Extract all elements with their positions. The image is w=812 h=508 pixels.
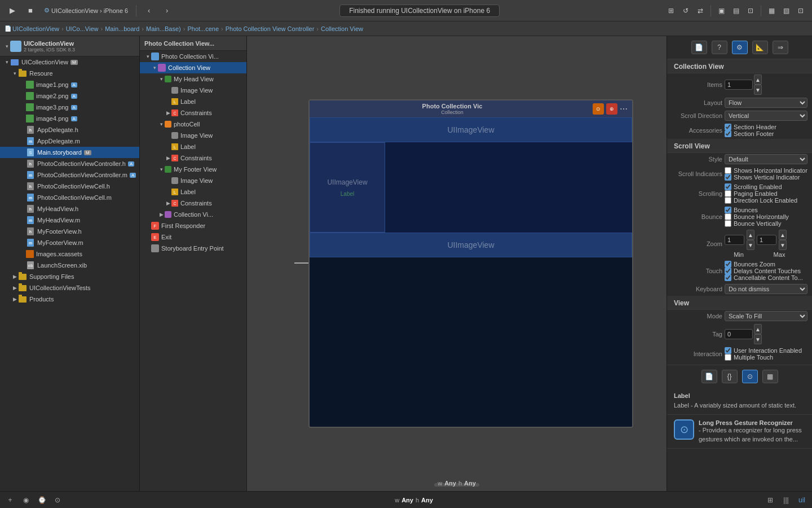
zoom-max-up[interactable]: ▲ bbox=[779, 230, 787, 240]
tree-imageview-1[interactable]: Image View bbox=[140, 85, 246, 96]
nav-icon-3[interactable]: ⇄ bbox=[694, 5, 707, 17]
keyboard-select[interactable]: Do not dismiss bbox=[725, 284, 807, 294]
tree-constraints-1[interactable]: ▶ C Constraints bbox=[140, 107, 246, 119]
section-header-checkbox[interactable] bbox=[725, 124, 731, 130]
sidebar-file-launchscreen[interactable]: xib LaunchScreen.xib bbox=[0, 260, 139, 271]
scroll-direction-select[interactable]: Vertical bbox=[725, 111, 807, 121]
bottom-right-icon-1[interactable]: ⊞ bbox=[765, 494, 776, 506]
tree-myheadview[interactable]: ▾ My Head View bbox=[140, 73, 246, 85]
sidebar-file-image2[interactable]: image2.png A bbox=[0, 90, 139, 102]
panel-bottom-icon-1[interactable]: 📄 bbox=[701, 370, 717, 383]
sidebar-file-cell-m[interactable]: m PhotoCollectionViewCell.m bbox=[0, 192, 139, 203]
tree-first-responder[interactable]: F First Responder bbox=[140, 220, 246, 231]
tree-label-1[interactable]: L Label bbox=[140, 96, 246, 107]
panel-icon-connections[interactable]: ⇒ bbox=[773, 41, 788, 54]
mode-select[interactable]: Scale To Fill bbox=[725, 311, 807, 321]
bounces-zoom-checkbox[interactable] bbox=[725, 261, 731, 268]
items-stepper-up[interactable]: ▲ bbox=[754, 75, 762, 85]
tree-imageview-3[interactable]: Image View bbox=[140, 175, 246, 186]
delays-content-checkbox[interactable] bbox=[725, 268, 731, 274]
panel-bottom-icon-2[interactable]: {} bbox=[722, 370, 738, 383]
zoom-max-input[interactable] bbox=[757, 235, 776, 245]
sidebar-file-image4[interactable]: image4.png A bbox=[0, 113, 139, 124]
zoom-min-down[interactable]: ▼ bbox=[747, 240, 754, 250]
sidebar-file-headview-m[interactable]: m MyHeadView.m bbox=[0, 214, 139, 226]
tree-imageview-2[interactable]: Image View bbox=[140, 130, 246, 141]
sidebar-file-headview-h[interactable]: h MyHeadView.h bbox=[0, 203, 139, 214]
panel-icon-question[interactable]: ? bbox=[712, 41, 727, 54]
bottom-icon-4[interactable]: ⊙ bbox=[52, 494, 63, 506]
paging-enabled-checkbox[interactable] bbox=[725, 190, 731, 197]
breadcrumb-1[interactable]: UICollectionView bbox=[12, 25, 59, 32]
sidebar-file-appdelegate-h[interactable]: h AppDelegate.h bbox=[0, 124, 139, 135]
scrolling-enabled-checkbox[interactable] bbox=[725, 183, 731, 190]
panel-bottom-icon-4[interactable]: ▦ bbox=[762, 370, 778, 383]
sidebar-file-main-storyboard[interactable]: S Main.storyboard M bbox=[0, 147, 139, 158]
breadcrumb-2[interactable]: UICo...View bbox=[66, 25, 99, 32]
forward-btn[interactable]: › bbox=[159, 4, 175, 17]
bottom-right-icon-2[interactable]: ||| bbox=[780, 494, 792, 506]
bottom-icon-3[interactable]: ⌚ bbox=[36, 494, 47, 506]
items-stepper-down[interactable]: ▼ bbox=[754, 85, 762, 95]
stop-button[interactable]: ■ bbox=[23, 4, 38, 17]
panel-icon-attributes[interactable]: ⚙ bbox=[732, 41, 748, 54]
tree-label-2[interactable]: L Label bbox=[140, 141, 246, 152]
scheme-selector[interactable]: ⚙ UICollectionView › iPhone 6 bbox=[41, 4, 131, 17]
bounce-horiz-checkbox[interactable] bbox=[725, 213, 731, 220]
sidebar-folder-supporting[interactable]: ▶ Supporting Files bbox=[0, 271, 139, 282]
sidebar-file-image1[interactable]: image1.png A bbox=[0, 79, 139, 90]
sidebar-file-cell-h[interactable]: h PhotoCollectionViewCell.h bbox=[0, 181, 139, 192]
tree-constraints-2[interactable]: ▶ C Constraints bbox=[140, 152, 246, 164]
nav-icon-2[interactable]: ↺ bbox=[679, 5, 692, 17]
add-button[interactable]: + bbox=[5, 494, 16, 506]
tag-stepper-down[interactable]: ▼ bbox=[754, 334, 762, 344]
nav-icon-6[interactable]: ⊡ bbox=[744, 5, 757, 17]
direction-lock-checkbox[interactable] bbox=[725, 197, 731, 204]
sidebar-file-photo-vc-m[interactable]: m PhotoCollectionViewController.m A bbox=[0, 169, 139, 181]
panel-bottom-icon-3[interactable]: ⊙ bbox=[742, 370, 758, 383]
panel-icon-file[interactable]: 📄 bbox=[691, 41, 707, 54]
shows-vert-checkbox[interactable] bbox=[725, 174, 731, 181]
user-interaction-checkbox[interactable] bbox=[725, 347, 731, 354]
sidebar-file-photo-vc-h[interactable]: h PhotoCollectionViewController.h A bbox=[0, 158, 139, 169]
right-panel-toggle[interactable]: ▦ bbox=[765, 5, 778, 17]
panel-icon-size[interactable]: 📐 bbox=[752, 41, 768, 54]
tree-storyboard-entry[interactable]: Storyboard Entry Point bbox=[140, 243, 246, 254]
sidebar-folder-tests[interactable]: ▶ UICollectionViewTests bbox=[0, 282, 139, 294]
items-input[interactable] bbox=[725, 80, 753, 90]
tree-collection-vi-sub[interactable]: ▶ Collection Vi... bbox=[140, 209, 246, 220]
tag-stepper-up[interactable]: ▲ bbox=[754, 324, 762, 334]
tree-photo-collection-vi[interactable]: ▾ Photo Collection Vi... bbox=[140, 51, 246, 62]
tree-myfooterview[interactable]: ▾ My Footer View bbox=[140, 164, 246, 175]
sidebar-folder-resoure[interactable]: ▾ Resoure bbox=[0, 68, 139, 79]
tree-exit[interactable]: E Exit bbox=[140, 231, 246, 243]
debug-toggle[interactable]: ⊡ bbox=[794, 5, 807, 17]
tree-label-3[interactable]: L Label bbox=[140, 186, 246, 198]
multiple-touch-checkbox[interactable] bbox=[725, 354, 731, 361]
breadcrumb-6[interactable]: Photo Collection View Controller bbox=[226, 25, 315, 32]
sidebar-file-appdelegate-m[interactable]: m AppDelegate.m bbox=[0, 135, 139, 147]
bottom-right-icon-3[interactable]: uil bbox=[796, 494, 807, 506]
cancellable-content-checkbox[interactable] bbox=[725, 274, 731, 281]
nav-icon-5[interactable]: ▤ bbox=[729, 5, 743, 17]
bounces-checkbox[interactable] bbox=[725, 207, 731, 213]
shows-horiz-checkbox[interactable] bbox=[725, 167, 731, 174]
tree-constraints-3[interactable]: ▶ C Constraints bbox=[140, 198, 246, 209]
sidebar-folder-products[interactable]: ▶ Products bbox=[0, 294, 139, 305]
tree-collection-view[interactable]: ▾ Collection View bbox=[140, 62, 246, 73]
inspector-toggle[interactable]: ▧ bbox=[779, 5, 793, 17]
sidebar-file-images-xcassets[interactable]: Images.xcassets bbox=[0, 248, 139, 260]
zoom-min-input[interactable] bbox=[725, 235, 744, 245]
bottom-icon-2[interactable]: ◉ bbox=[20, 494, 32, 506]
zoom-max-down[interactable]: ▼ bbox=[779, 240, 787, 250]
breadcrumb-4[interactable]: Main...Base) bbox=[146, 25, 181, 32]
layout-select[interactable]: Flow bbox=[725, 98, 807, 108]
tree-photocell[interactable]: ▾ photoCell bbox=[140, 119, 246, 130]
sidebar-file-image3[interactable]: image3.png A bbox=[0, 102, 139, 113]
tag-input[interactable] bbox=[725, 329, 753, 339]
section-footer-checkbox[interactable] bbox=[725, 130, 731, 137]
breadcrumb-5[interactable]: Phot...cene bbox=[187, 25, 219, 32]
run-button[interactable]: ▶ bbox=[5, 4, 20, 17]
breadcrumb-7[interactable]: Collection View bbox=[321, 25, 363, 32]
breadcrumb-3[interactable]: Main...board bbox=[105, 25, 139, 32]
